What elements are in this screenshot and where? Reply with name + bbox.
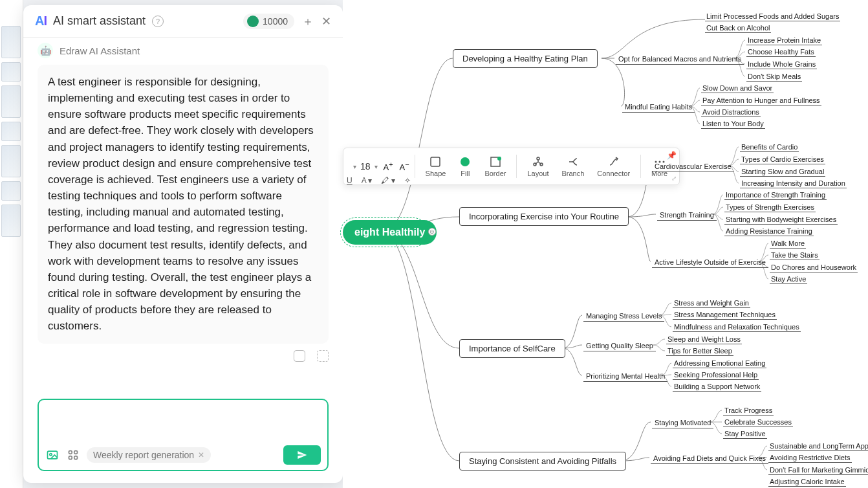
font-size-selector[interactable]: ▾ 18 ▾ (350, 159, 381, 173)
thumbnail[interactable] (1, 62, 21, 82)
mindmap-leaf-node[interactable]: Track Progress (723, 406, 774, 416)
expand-icon[interactable]: ⤢ (671, 175, 677, 182)
close-icon[interactable]: ✕ (321, 14, 331, 28)
clear-format-button[interactable]: ✧ (404, 176, 411, 185)
mindmap-branch-node[interactable]: Importance of SelfCare (459, 339, 565, 358)
pin-icon[interactable]: 📌 (667, 151, 677, 160)
mindmap-sub-node[interactable]: Cardiovascular Exercise (652, 161, 734, 172)
mindmap-leaf-node[interactable]: Mindfulness and Relaxation Techniques (673, 322, 801, 332)
branch-tool[interactable]: Branch (556, 155, 589, 177)
thumbnail[interactable] (1, 85, 21, 118)
mindmap-leaf-node[interactable]: Types of Cardio Exercises (740, 155, 825, 164)
mindmap-sub-node[interactable]: Getting Quality Sleep (583, 340, 656, 351)
text-format-row: U A ▾ 🖍 ▾ ✧ (343, 176, 411, 185)
svg-rect-6 (431, 157, 440, 166)
caret-down-icon: ▾ (353, 163, 356, 170)
mindmap-leaf-node[interactable]: Adjusting Caloric Intake (768, 477, 846, 487)
chip-close-icon[interactable]: ✕ (198, 450, 204, 460)
fill-tool[interactable]: Fill (453, 155, 477, 177)
mindmap-leaf-node[interactable]: Choose Healthy Fats (746, 47, 816, 57)
mindmap-sub-node[interactable]: Active Lifestyle Outside of Exercise (652, 257, 768, 268)
svg-point-9 (497, 157, 501, 161)
mindmap-leaf-node[interactable]: Adding Resistance Training (724, 227, 814, 236)
mindmap-branch-node[interactable]: Developing a Healthy Eating Plan (453, 49, 598, 68)
thumbnail[interactable] (1, 122, 21, 141)
mindmap-leaf-node[interactable]: Don't Skip Meals (746, 72, 802, 82)
layout-tool[interactable]: Layout (522, 155, 554, 177)
mindmap-branch-node[interactable]: Staying Consistent and Avoiding Pitfalls (459, 452, 626, 471)
mindmap-leaf-node[interactable]: Listen to Your Body (701, 119, 765, 129)
thumbnail[interactable] (1, 181, 21, 201)
mindmap-leaf-node[interactable]: Seeking Professional Help (673, 370, 759, 380)
mindmap-sub-node[interactable]: Prioritizing Mental Health (583, 371, 667, 382)
mindmap-sub-node[interactable]: Opt for Balanced Macros and Nutrients (616, 54, 744, 65)
mindmap-leaf-node[interactable]: Sleep and Weight Loss (666, 335, 742, 344)
mindmap-leaf-node[interactable]: Avoid Distractions (701, 107, 761, 117)
ai-input-box[interactable]: Weekly report generation ✕ (38, 399, 329, 471)
mindmap-leaf-node[interactable]: Stress and Weight Gain (673, 298, 750, 308)
mindmap-sub-node[interactable]: Managing Stress Levels (583, 311, 664, 322)
increase-font-button[interactable]: A+ (384, 161, 393, 172)
mindmap-leaf-node[interactable]: Cut Back on Alcohol (705, 23, 771, 33)
mindmap-sub-node[interactable]: Avoiding Fad Diets and Quick Fixes (651, 453, 768, 464)
mindmap-leaf-node[interactable]: Don't Fall for Marketing Gimmicks (768, 465, 868, 475)
underline-button[interactable]: U (347, 176, 353, 185)
copy-icon[interactable] (294, 350, 305, 362)
mindmap-leaf-node[interactable]: Starting Slow and Gradual (740, 167, 825, 177)
mindmap-sub-node[interactable]: Mindful Eating Habits (622, 102, 695, 113)
border-tool[interactable]: Border (479, 155, 511, 177)
svg-point-5 (74, 456, 78, 460)
token-count: 10000 (263, 16, 288, 27)
add-button[interactable]: ＋ (302, 14, 314, 29)
mindmap-leaf-node[interactable]: Take the Stairs (770, 250, 819, 260)
mindmap-leaf-node[interactable]: Avoiding Restrictive Diets (768, 453, 852, 463)
thumbnail[interactable] (1, 26, 21, 58)
svg-point-3 (74, 450, 78, 454)
prompt-chip[interactable]: Weekly report generation ✕ (87, 447, 211, 463)
connector-tool[interactable]: Connector (592, 155, 635, 177)
mindmap-leaf-node[interactable]: Starting with Bodyweight Exercises (724, 215, 838, 225)
branch-icon (567, 155, 580, 168)
mindmap-leaf-node[interactable]: Pay Attention to Hunger and Fullness (701, 96, 821, 105)
mindmap-leaf-node[interactable]: Increasing Intensity and Duration (740, 179, 847, 188)
mindmap-leaf-node[interactable]: Limit Processed Foods and Added Sugars (705, 12, 840, 21)
mindmap-leaf-node[interactable]: Addressing Emotional Eating (673, 359, 766, 368)
mindmap-leaf-node[interactable]: Stay Active (770, 274, 807, 284)
decrease-font-button[interactable]: A− (400, 161, 409, 172)
mindmap-sub-node[interactable]: Strength Training (657, 210, 717, 221)
mindmap-leaf-node[interactable]: Celebrate Successes (723, 417, 793, 427)
mindmap-leaf-node[interactable]: Importance of Strength Training (724, 190, 827, 200)
send-button[interactable] (283, 445, 321, 465)
mindmap-leaf-node[interactable]: Tips for Better Sleep (666, 346, 733, 356)
mindmap-leaf-node[interactable]: Types of Strength Exercises (724, 203, 816, 212)
font-size-value: 18 (360, 161, 371, 172)
mindmap-leaf-node[interactable]: Benefits of Cardio (740, 142, 799, 152)
collapse-toggle-icon[interactable]: ⊖ (428, 228, 436, 236)
highlight-button[interactable]: 🖍 ▾ (381, 176, 395, 185)
mindmap-leaf-node[interactable]: Increase Protein Intake (746, 36, 822, 45)
thumbnail[interactable] (1, 205, 21, 237)
template-icon[interactable] (66, 448, 80, 462)
thumbnail[interactable] (1, 145, 21, 177)
mindmap-sub-node[interactable]: Staying Motivated (652, 417, 713, 428)
mindmap-leaf-node[interactable]: Do Chores and Housework (770, 263, 858, 272)
image-icon[interactable] (45, 448, 60, 462)
insert-icon[interactable] (317, 350, 329, 362)
mindmap-leaf-node[interactable]: Slow Down and Savor (701, 83, 774, 93)
mindmap-leaf-node[interactable]: Include Whole Grains (746, 60, 817, 69)
layout-icon (532, 155, 545, 168)
help-icon[interactable]: ? (152, 16, 164, 27)
mindmap-canvas[interactable]: eight Healthily ⊖ ▾ 18 ▾ A+ A− Shape Fil… (343, 0, 868, 488)
token-badge[interactable]: 10000 (243, 14, 294, 29)
mindmap-leaf-node[interactable]: Stay Positive (723, 429, 767, 439)
ai-message: A test engineer is responsible for desig… (38, 65, 329, 344)
mindmap-branch-node[interactable]: Incorporating Exercise into Your Routine (459, 207, 629, 226)
mindmap-leaf-node[interactable]: Stress Management Techniques (673, 310, 777, 320)
mindmap-leaf-node[interactable]: Building a Support Network (673, 382, 761, 392)
mindmap-root-node[interactable]: eight Healthily (343, 220, 437, 245)
mindmap-leaf-node[interactable]: Walk More (770, 239, 806, 249)
font-color-button[interactable]: A ▾ (362, 176, 373, 185)
shape-tool[interactable]: Shape (420, 155, 451, 177)
svg-point-10 (537, 157, 539, 160)
mindmap-leaf-node[interactable]: Sustainable and LongTerm Approaches (768, 441, 868, 451)
